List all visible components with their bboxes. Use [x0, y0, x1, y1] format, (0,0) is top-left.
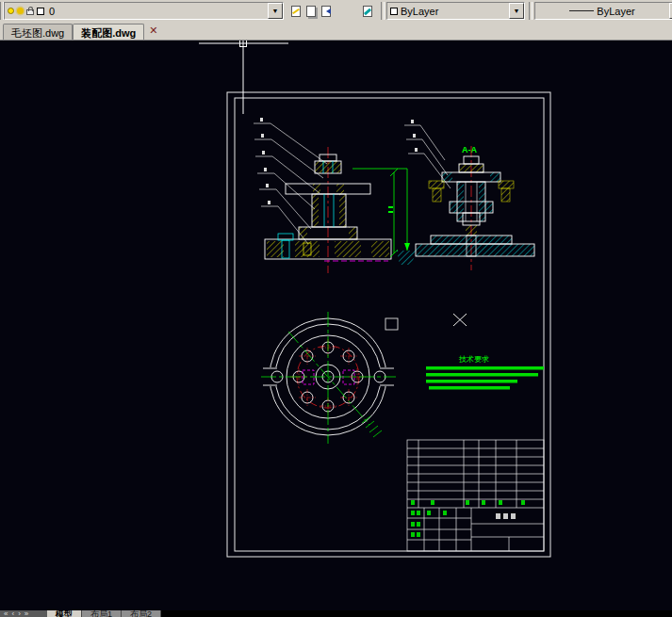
sheet-brush-icon — [363, 6, 372, 17]
match-properties-button[interactable] — [360, 2, 375, 20]
layer-combo[interactable]: 0 ▼ — [4, 2, 284, 20]
sheet-arrow-icon — [321, 6, 331, 17]
small-square-marker — [385, 318, 398, 330]
layer-on-lightbulb-icon[interactable] — [8, 8, 14, 14]
layer-previous-button[interactable] — [319, 2, 334, 20]
document-tabbar: 毛坯图.dwg 装配图.dwg ✕ — [0, 22, 672, 41]
tab-layout1[interactable]: 布局1 — [82, 610, 122, 617]
color-combo-dropdown-button[interactable]: ▼ — [509, 3, 524, 19]
toolbar-separator — [381, 2, 385, 20]
layer-combo-dropdown-button[interactable]: ▼ — [268, 3, 283, 19]
layer-lock-icon[interactable] — [26, 9, 34, 15]
doc-tab-maopitu[interactable]: 毛坯图.dwg — [3, 24, 73, 40]
tab-model[interactable]: 模型 — [47, 610, 82, 617]
balloon-number-marks — [260, 118, 270, 204]
next-tab-icon[interactable]: › — [18, 610, 21, 617]
linetype-combo[interactable]: ByLayer ▼ — [534, 2, 672, 20]
section-view-front[interactable] — [254, 118, 416, 273]
layer-states-button[interactable] — [303, 2, 319, 20]
current-color-value: ByLayer — [401, 6, 438, 17]
current-linetype-value: ByLayer — [597, 6, 634, 17]
dimension-text-marks — [388, 206, 410, 251]
tech-requirements-lines — [426, 366, 544, 390]
technical-requirements-note[interactable]: 技术要求 — [426, 355, 544, 390]
sheet-stack-icon — [306, 6, 316, 17]
prev-tab-icon[interactable]: ‹ — [11, 610, 14, 617]
close-document-icon[interactable]: ✕ — [149, 24, 157, 37]
doc-tab-zhuangpeitu[interactable]: 装配图.dwg — [73, 24, 144, 40]
current-color-swatch — [390, 8, 398, 15]
side-view-hatch — [416, 164, 534, 256]
section-view-side[interactable]: A-A — [404, 120, 534, 270]
section-cut-hatch — [397, 251, 416, 265]
first-tab-icon[interactable]: « — [4, 610, 8, 617]
make-object-layer-current-button[interactable] — [288, 2, 303, 20]
section-label: A-A — [462, 145, 477, 154]
side-balloon-marks — [411, 120, 418, 152]
blip-cross-icon — [453, 314, 467, 326]
layout-tabbar: « ‹ › » 模型 布局1 布局2 — [0, 610, 672, 617]
tech-requirements-title: 技术要求 — [458, 355, 489, 364]
plan-view[interactable] — [261, 312, 396, 444]
tab-nav-buttons[interactable]: « ‹ › » — [0, 610, 47, 617]
current-layer-name: 0 — [47, 6, 55, 17]
drawing-frame[interactable] — [227, 92, 550, 557]
crosshair-cursor — [199, 41, 288, 114]
toolbar-separator-2 — [529, 2, 533, 20]
title-block[interactable] — [407, 440, 544, 551]
color-combo[interactable]: ByLayer ▼ — [386, 2, 525, 20]
plan-centerlines — [261, 312, 396, 444]
object-properties-toolbar: 0 ▼ ByLayer ▼ ByLayer ▼ — [0, 0, 672, 22]
title-block-name-marks — [496, 513, 516, 519]
sheet-pencil-icon — [291, 6, 301, 17]
layer-freeze-sun-icon[interactable] — [17, 8, 24, 14]
model-space-canvas[interactable]: A-A — [0, 41, 672, 610]
linetype-sample-icon — [569, 10, 594, 11]
tab-layout2[interactable]: 布局2 — [122, 610, 161, 617]
title-block-grid — [407, 440, 544, 551]
last-tab-icon[interactable]: » — [25, 610, 28, 617]
layer-color-swatch — [37, 8, 44, 15]
